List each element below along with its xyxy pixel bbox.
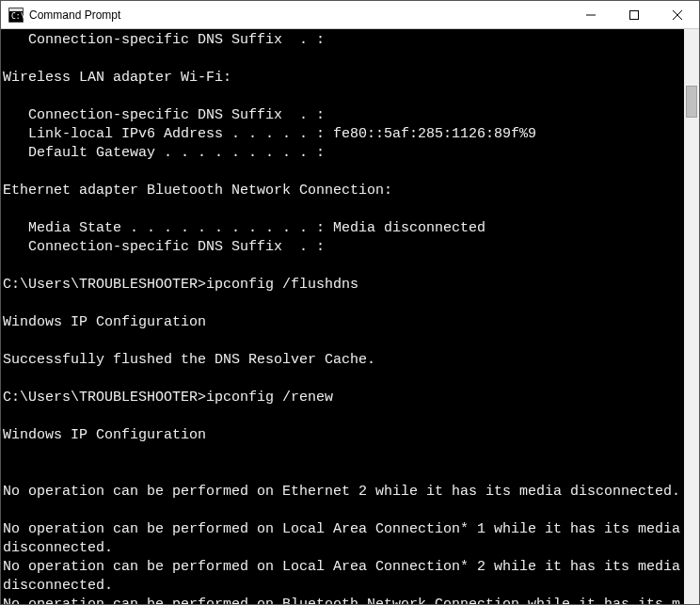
terminal-line: No operation can be performed on Local A… [3, 520, 684, 558]
terminal-line: Connection-specific DNS Suffix . : [3, 31, 684, 50]
terminal-line: No operation can be performed on Etherne… [3, 483, 684, 502]
svg-text:C:\: C:\ [11, 12, 24, 21]
terminal-line [3, 502, 684, 520]
terminal-line [3, 163, 684, 182]
terminal-line: Link-local IPv6 Address . . . . . : fe80… [3, 125, 684, 144]
terminal-line [3, 332, 684, 351]
titlebar[interactable]: C:\ Command Prompt [1, 1, 699, 29]
terminal-line: Default Gateway . . . . . . . . . : [3, 144, 684, 163]
terminal-line [3, 200, 684, 219]
scrollbar[interactable] [684, 29, 699, 605]
minimize-button[interactable] [569, 1, 612, 29]
svg-rect-4 [630, 10, 639, 19]
terminal-line: Ethernet adapter Bluetooth Network Conne… [3, 182, 684, 200]
terminal-line: Media State . . . . . . . . . . . : Medi… [3, 219, 684, 238]
terminal-line [3, 50, 684, 69]
svg-rect-1 [9, 8, 23, 11]
terminal-line: Windows IP Configuration [3, 426, 684, 445]
terminal-line: No operation can be performed on Bluetoo… [3, 596, 684, 605]
scroll-thumb[interactable] [686, 86, 697, 118]
terminal-line [3, 295, 684, 313]
terminal-line [3, 445, 684, 464]
terminal-line [3, 88, 684, 106]
close-button[interactable] [656, 1, 699, 29]
terminal-line: Connection-specific DNS Suffix . : [3, 106, 684, 125]
terminal-line [3, 257, 684, 276]
terminal-line: Windows IP Configuration [3, 313, 684, 332]
terminal-line: C:\Users\TROUBLESHOOTER>ipconfig /renew [3, 389, 684, 407]
terminal-line [3, 464, 684, 483]
terminal-line: C:\Users\TROUBLESHOOTER>ipconfig /flushd… [3, 276, 684, 295]
maximize-button[interactable] [612, 1, 656, 29]
terminal-line: Wireless LAN adapter Wi-Fi: [3, 69, 684, 88]
terminal-line [3, 407, 684, 426]
terminal-line: No operation can be performed on Local A… [3, 558, 684, 596]
terminal-output: Connection-specific DNS Suffix . : Wirel… [1, 29, 684, 605]
terminal-line: Successfully flushed the DNS Resolver Ca… [3, 351, 684, 370]
cmd-icon: C:\ [8, 8, 24, 23]
window-title: Command Prompt [29, 8, 120, 22]
terminal-line [3, 370, 684, 389]
terminal-line: Connection-specific DNS Suffix . : [3, 238, 684, 257]
terminal-area[interactable]: Connection-specific DNS Suffix . : Wirel… [1, 29, 699, 605]
